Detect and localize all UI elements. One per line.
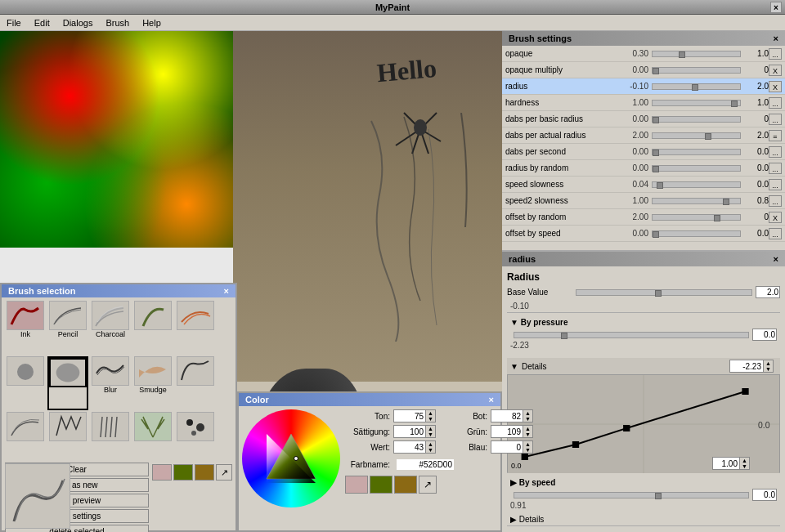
swatch-1[interactable] <box>152 464 172 481</box>
setting-btn-hardness[interactable]: ... <box>769 97 782 109</box>
blau-up[interactable]: ▲ <box>523 441 532 447</box>
setting-offset-speed[interactable]: offset by speed 0.00 0.0 ... <box>502 226 785 242</box>
brush-cell-11[interactable] <box>47 412 88 458</box>
by-pressure-slider[interactable] <box>514 332 749 338</box>
setting-slider-speed-slowness[interactable] <box>652 181 741 188</box>
farbname-input[interactable]: #526D00 <box>397 459 454 470</box>
color-swatch-1[interactable] <box>345 476 368 494</box>
brush-cell-10[interactable] <box>5 412 46 458</box>
brush-cell-6[interactable] <box>5 356 46 410</box>
base-value-input[interactable]: 2.0 <box>756 286 780 298</box>
wert-down[interactable]: ▼ <box>425 447 435 453</box>
setting-slider-dabs-second[interactable] <box>652 149 741 155</box>
setting-slider-opaque[interactable] <box>652 51 741 57</box>
sattigung-up[interactable]: ▲ <box>425 426 435 431</box>
setting-speed-slowness[interactable]: speed slowness 0.04 0.0 ... <box>502 177 785 193</box>
brush-cell-7[interactable] <box>47 356 88 410</box>
brush-cell-5[interactable] <box>175 301 216 355</box>
setting-slider-dabs-basic[interactable] <box>652 116 741 123</box>
setting-dabs-second[interactable]: dabs per second 0.00 0.0 ... <box>502 144 785 160</box>
setting-slider-hardness[interactable] <box>652 100 741 106</box>
close-button[interactable]: × <box>770 2 782 13</box>
swatch-3[interactable] <box>195 464 214 481</box>
setting-btn-dabs-basic[interactable]: ... <box>769 114 782 125</box>
brush-cell-4[interactable] <box>132 301 173 355</box>
brush-cell-14[interactable] <box>175 412 216 458</box>
setting-slider-radius-random[interactable] <box>652 165 741 172</box>
brush-settings-close[interactable]: × <box>774 34 778 43</box>
setting-offset-random[interactable]: offset by random 2.00 0 X <box>502 209 785 226</box>
details-spinbox-input[interactable]: -2.23 <box>730 360 763 372</box>
ton-up[interactable]: ▲ <box>425 410 435 416</box>
setting-dabs-actual[interactable]: dabs per actual radius 2.00 2.0 = <box>502 127 785 144</box>
setting-slider-dabs-actual[interactable] <box>652 132 741 139</box>
menu-brush[interactable]: Brush <box>102 16 132 29</box>
by-speed-slider[interactable] <box>514 492 749 498</box>
setting-opaque-multiply[interactable]: opaque multiply 0.00 0 X <box>502 62 785 78</box>
setting-btn-speed2-slowness[interactable]: ... <box>769 195 782 207</box>
ton-spinbox[interactable]: 75 ▲ ▼ <box>393 409 436 422</box>
setting-btn-opaque-multiply[interactable]: X <box>769 65 782 76</box>
brush-cell-ink[interactable]: Ink <box>5 301 46 355</box>
swatch-2[interactable] <box>173 464 193 481</box>
by-speed-input[interactable]: 0.0 <box>752 489 777 501</box>
bot-input[interactable]: 82 <box>491 410 523 422</box>
color-panel-close[interactable]: × <box>489 395 494 405</box>
brush-cell-8[interactable]: Blur <box>90 356 131 410</box>
grun-down[interactable]: ▼ <box>523 431 532 437</box>
bot-up[interactable]: ▲ <box>523 410 532 416</box>
menu-edit[interactable]: Edit <box>31 16 53 29</box>
blau-down[interactable]: ▼ <box>523 447 532 453</box>
blau-input[interactable]: 0 <box>491 441 523 453</box>
brush-cell-smudge[interactable]: Smudge <box>132 356 173 410</box>
details-spinbox-up[interactable]: ▲ <box>763 360 773 366</box>
bot-down[interactable]: ▼ <box>523 416 532 422</box>
sattigung-down[interactable]: ▼ <box>425 431 435 437</box>
brush-selection-close[interactable]: × <box>224 286 229 296</box>
color-wheel[interactable] <box>242 409 340 507</box>
setting-btn-radius[interactable]: X <box>769 81 782 92</box>
graph-x-max-down[interactable]: ▼ <box>739 463 749 469</box>
color-swatch-2[interactable] <box>370 476 392 494</box>
setting-slider-speed2-slowness[interactable] <box>652 198 741 204</box>
graph-x-max-up[interactable]: ▲ <box>739 458 749 463</box>
brush-cell-9[interactable] <box>175 356 216 410</box>
setting-dabs-basic[interactable]: dabs per basic radius 0.00 0 ... <box>502 111 785 127</box>
brush-cell-pencil[interactable]: Pencil <box>47 301 88 355</box>
wert-input[interactable]: 43 <box>394 441 425 453</box>
ton-input[interactable]: 75 <box>394 410 425 422</box>
setting-slider-offset-random[interactable] <box>652 214 741 221</box>
grun-up[interactable]: ▲ <box>523 426 532 431</box>
by-pressure-input[interactable]: 0.0 <box>752 329 777 341</box>
setting-btn-radius-random[interactable]: ... <box>769 163 782 174</box>
setting-slider-opaque-multiply[interactable] <box>652 67 741 74</box>
brush-cell-13[interactable] <box>132 412 173 458</box>
menu-dialogs[interactable]: Dialogs <box>60 16 96 29</box>
menu-help[interactable]: Help <box>139 16 164 29</box>
setting-hardness[interactable]: hardness 1.00 1.0 ... <box>502 95 785 111</box>
bot-spinbox[interactable]: 82 ▲ ▼ <box>491 409 533 422</box>
grun-spinbox[interactable]: 109 ▲ ▼ <box>491 425 533 438</box>
setting-btn-opaque[interactable]: ... <box>769 48 782 60</box>
setting-slider-offset-speed[interactable] <box>652 230 741 237</box>
setting-btn-dabs-second[interactable]: ... <box>769 146 782 158</box>
color-swatch-3[interactable] <box>394 476 417 494</box>
color-swatch-edit[interactable]: ↗ <box>419 476 437 494</box>
details-spinbox-down[interactable]: ▼ <box>763 366 773 372</box>
setting-opaque[interactable]: opaque 0.30 1.0 ... <box>502 46 785 62</box>
wert-up[interactable]: ▲ <box>425 441 435 447</box>
ton-down[interactable]: ▼ <box>425 416 435 422</box>
setting-btn-offset-speed[interactable]: ... <box>769 228 782 239</box>
brush-cell-charcoal[interactable]: Charcoal <box>90 301 131 355</box>
brush-cell-12[interactable] <box>90 412 131 458</box>
blau-spinbox[interactable]: 0 ▲ ▼ <box>491 440 533 454</box>
setting-slider-radius[interactable] <box>652 83 741 90</box>
setting-radius-random[interactable]: radius by random 0.00 0.0 ... <box>502 160 785 177</box>
setting-btn-offset-random[interactable]: X <box>769 212 782 223</box>
sattigung-input[interactable]: 100 <box>394 426 425 437</box>
details-graph[interactable]: 0.0 0.0 1.00 ▲ ▼ <box>507 374 780 472</box>
speed-details-toggle[interactable]: ▶ Details <box>507 513 780 525</box>
setting-btn-speed-slowness[interactable]: ... <box>769 179 782 190</box>
graph-x-max-spinbox[interactable]: 1.00 ▲ ▼ <box>712 457 750 470</box>
base-value-slider[interactable] <box>576 289 752 296</box>
